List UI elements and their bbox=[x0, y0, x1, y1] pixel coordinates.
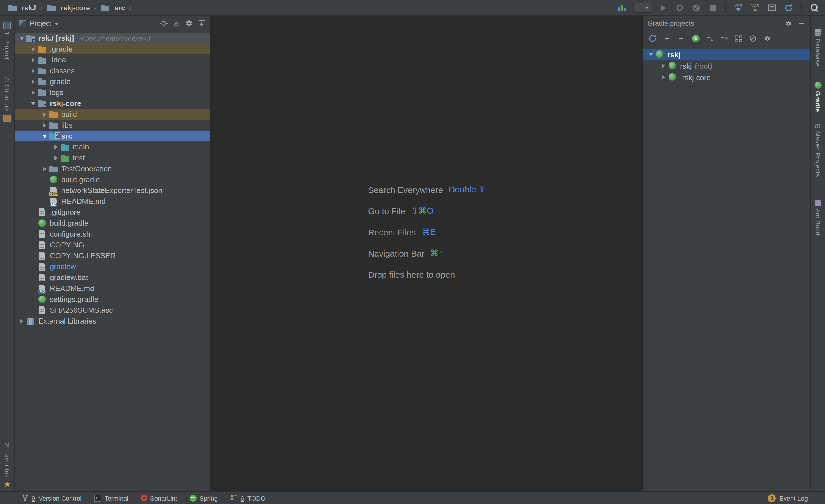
favorites-star-icon: ★ bbox=[3, 480, 11, 488]
tree-row[interactable]: TestGeneration bbox=[15, 163, 210, 174]
chevron-down-icon[interactable] bbox=[55, 23, 59, 25]
chevron-right-icon[interactable] bbox=[29, 77, 37, 86]
tree-row[interactable]: SHA256SUMS.asc bbox=[15, 305, 210, 316]
stop-icon[interactable] bbox=[707, 3, 718, 13]
statusbar-sonarlint[interactable]: SonarLint bbox=[141, 495, 177, 501]
run-configuration-combo[interactable] bbox=[633, 3, 652, 13]
expand-all-icon[interactable] bbox=[705, 34, 715, 43]
statusbar-todo[interactable]: 6: TODO bbox=[230, 494, 266, 502]
collapse-all-icon[interactable] bbox=[172, 19, 181, 28]
json-file-icon bbox=[49, 186, 59, 195]
chevron-right-icon[interactable] bbox=[29, 67, 37, 75]
text-file-icon bbox=[37, 207, 48, 217]
shortcut-keys: ⌘↑ bbox=[430, 248, 443, 258]
tree-row[interactable]: test bbox=[15, 152, 210, 163]
attach-project-icon[interactable]: + bbox=[662, 34, 671, 43]
collapse-all-icon[interactable] bbox=[720, 34, 729, 43]
gear-icon[interactable] bbox=[784, 19, 793, 28]
chevron-right-icon[interactable] bbox=[17, 317, 26, 325]
toolwindow-button-structure[interactable]: Z: Structure bbox=[3, 77, 11, 122]
chevron-down-icon[interactable] bbox=[17, 34, 26, 43]
tree-row[interactable]: .idea bbox=[15, 55, 210, 65]
tree-row[interactable]: logs bbox=[15, 87, 210, 98]
chevron-right-icon[interactable] bbox=[659, 62, 667, 70]
chevron-right-icon[interactable] bbox=[52, 154, 60, 162]
tree-row[interactable]: main bbox=[15, 142, 210, 152]
toolwindow-button-database[interactable]: Database bbox=[814, 29, 821, 67]
tree-row[interactable]: COPYING bbox=[15, 239, 210, 250]
toolwindow-button-favorites[interactable]: 2: Favorites ★ bbox=[3, 443, 11, 488]
tree-row[interactable]: rskj-core bbox=[15, 98, 210, 109]
toolwindow-button-ant[interactable]: Ant Build bbox=[814, 200, 821, 235]
text-file-icon bbox=[37, 240, 48, 249]
vcs-update-icon[interactable]: VCS bbox=[733, 3, 744, 13]
refresh-icon[interactable] bbox=[648, 34, 657, 43]
statusbar-spring[interactable]: Spring bbox=[190, 495, 218, 501]
tree-row[interactable]: classes bbox=[15, 65, 210, 76]
toolwindow-button-gradle[interactable]: Gradle bbox=[814, 82, 821, 112]
hide-toolwindow-icon[interactable] bbox=[197, 19, 206, 28]
statusbar-terminal[interactable]: >_ Terminal bbox=[94, 495, 128, 501]
gear-icon[interactable] bbox=[184, 19, 194, 28]
locate-file-icon[interactable] bbox=[159, 19, 168, 28]
tree-row[interactable]: .gradle bbox=[15, 44, 210, 55]
group-modules-icon[interactable] bbox=[734, 34, 743, 43]
chevron-right-icon[interactable] bbox=[659, 73, 667, 82]
tree-row[interactable]: gradlew.bat bbox=[15, 272, 210, 283]
toolwindow-button-project[interactable]: 1: Project bbox=[3, 22, 11, 60]
project-panel-title[interactable]: Project bbox=[30, 19, 51, 27]
detach-project-icon[interactable]: − bbox=[677, 34, 686, 43]
tree-row[interactable]: settings.gradle bbox=[15, 294, 210, 305]
project-tree: rskJ [rskj]~/Documents/code/rskJ .gradle… bbox=[15, 31, 210, 491]
offline-mode-icon[interactable] bbox=[748, 34, 757, 43]
statusbar-version-control[interactable]: 9: Version Control bbox=[22, 493, 82, 503]
run-gradle-task-icon[interactable] bbox=[691, 34, 700, 43]
chevron-right-icon[interactable] bbox=[40, 164, 49, 173]
updates-icon[interactable] bbox=[616, 3, 627, 13]
chevron-down-icon[interactable] bbox=[646, 50, 655, 59]
tree-row[interactable]: build.gradle bbox=[15, 174, 210, 185]
run-icon[interactable] bbox=[658, 3, 668, 13]
rollback-icon[interactable] bbox=[783, 3, 794, 13]
tree-row[interactable]: build.gradle bbox=[15, 218, 210, 229]
breadcrumb-item[interactable]: rskj-core bbox=[45, 3, 91, 13]
gradle-tree-row-selected[interactable]: rskj bbox=[643, 49, 810, 60]
statusbar-event-log[interactable]: 1 Event Log bbox=[768, 494, 808, 502]
folder-icon bbox=[49, 120, 59, 130]
hide-toolwindow-icon[interactable] bbox=[796, 19, 806, 28]
coverage-icon[interactable] bbox=[674, 3, 685, 13]
tree-row[interactable]: README.md bbox=[15, 283, 210, 294]
breadcrumb-item[interactable]: rskJ bbox=[6, 3, 38, 13]
tree-row[interactable]: networkStateExporterTest.json bbox=[15, 185, 210, 196]
tree-row[interactable]: libs bbox=[15, 120, 210, 131]
tree-row[interactable]: README.md bbox=[15, 196, 210, 207]
gradle-settings-icon[interactable] bbox=[762, 34, 772, 43]
chevron-down-icon[interactable] bbox=[40, 132, 49, 140]
gradle-tree-row[interactable]: :rskj-core bbox=[643, 72, 810, 83]
tree-row[interactable]: rskJ [rskj]~/Documents/code/rskJ bbox=[15, 33, 210, 44]
changes-window-icon[interactable] bbox=[766, 3, 777, 13]
chevron-right-icon[interactable] bbox=[52, 143, 60, 151]
tree-row[interactable]: configure.sh bbox=[15, 229, 210, 239]
vcs-commit-icon[interactable]: VCS bbox=[750, 3, 760, 13]
chevron-right-icon[interactable] bbox=[40, 121, 49, 130]
chevron-down-icon[interactable] bbox=[29, 99, 37, 108]
tree-row[interactable]: .gitignore bbox=[15, 207, 210, 218]
tree-row[interactable]: gradlew bbox=[15, 261, 210, 272]
chevron-right-icon[interactable] bbox=[29, 56, 37, 64]
breadcrumb-label: rskj-core bbox=[61, 4, 90, 12]
chevron-right-icon[interactable] bbox=[29, 45, 37, 53]
search-everywhere-icon[interactable] bbox=[809, 3, 819, 13]
toolwindow-button-maven[interactable]: m Maven Projects bbox=[814, 122, 821, 177]
editor-empty-area[interactable]: Search EverywhereDouble ⇧ Go to File⇧⌘O … bbox=[211, 16, 642, 491]
tree-row[interactable]: build bbox=[15, 109, 210, 120]
tree-row[interactable]: External Libraries bbox=[15, 316, 210, 326]
chevron-right-icon[interactable] bbox=[40, 110, 49, 118]
gradle-tree-row[interactable]: rskj(root) bbox=[643, 60, 810, 72]
tree-row[interactable]: gradle bbox=[15, 76, 210, 87]
tree-row-selected[interactable]: 4src bbox=[15, 131, 210, 142]
profiler-icon[interactable] bbox=[691, 3, 701, 13]
breadcrumb-item[interactable]: src bbox=[98, 3, 127, 13]
tree-row[interactable]: COPYING.LESSER bbox=[15, 250, 210, 261]
chevron-right-icon[interactable] bbox=[29, 88, 37, 97]
